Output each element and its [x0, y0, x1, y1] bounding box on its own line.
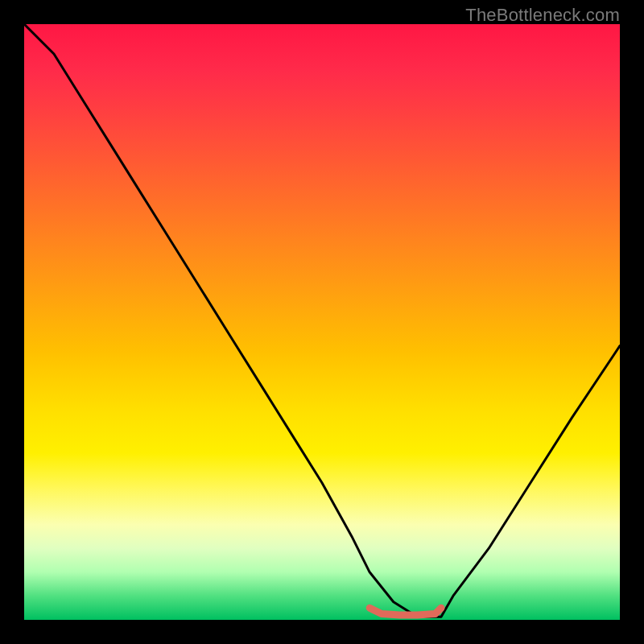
watermark-text: TheBottleneck.com: [465, 5, 620, 26]
plot-area: [24, 24, 620, 620]
curve-svg: [24, 24, 620, 620]
bottleneck-curve-path: [24, 24, 620, 617]
